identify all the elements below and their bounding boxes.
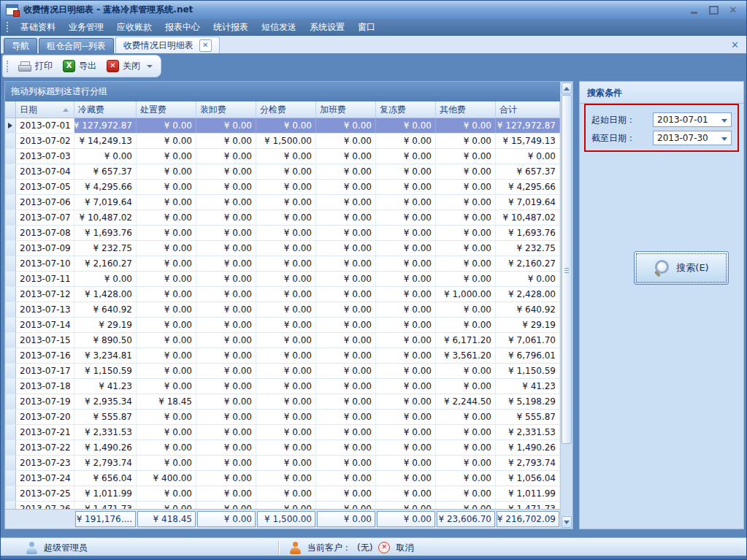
table-row[interactable]: 2013-07-02¥ 14,249.13¥ 0.00¥ 0.00¥ 1,500… — [5, 134, 560, 149]
value-cell[interactable]: ¥ 0.00 — [316, 379, 376, 394]
value-cell[interactable]: ¥ 0.00 — [196, 440, 256, 455]
value-cell[interactable]: ¥ 555.87 — [74, 410, 137, 424]
value-cell[interactable]: ¥ 0.00 — [436, 364, 496, 378]
value-cell[interactable]: ¥ 0.00 — [137, 425, 196, 440]
value-cell[interactable]: ¥ 7,019.64 — [496, 195, 560, 210]
value-cell[interactable]: ¥ 0.00 — [196, 364, 256, 378]
value-cell[interactable]: ¥ 0.00 — [137, 149, 196, 164]
export-button[interactable]: 导出 — [58, 57, 101, 76]
value-cell[interactable]: ¥ 0.00 — [137, 287, 196, 302]
table-row[interactable]: 2013-07-13¥ 640.92¥ 0.00¥ 0.00¥ 0.00¥ 0.… — [5, 302, 560, 318]
value-cell[interactable]: ¥ 0.00 — [196, 379, 256, 394]
value-cell[interactable]: ¥ 29.19 — [496, 318, 560, 332]
value-cell[interactable]: ¥ 0.00 — [137, 379, 196, 394]
date-cell[interactable]: 2013-07-16 — [16, 348, 74, 363]
value-cell[interactable]: ¥ 0.00 — [196, 333, 256, 348]
column-header[interactable]: 装卸费 — [196, 101, 256, 118]
value-cell[interactable]: ¥ 0.00 — [196, 241, 256, 256]
close-button[interactable]: 关闭 — [101, 57, 145, 76]
value-cell[interactable]: ¥ 0.00 — [196, 149, 256, 164]
value-cell[interactable]: ¥ 2,160.27 — [74, 256, 137, 271]
value-cell[interactable]: ¥ 0.00 — [316, 256, 376, 271]
value-cell[interactable]: ¥ 0.00 — [137, 502, 196, 509]
value-cell[interactable]: ¥ 0.00 — [196, 425, 256, 440]
value-cell[interactable]: ¥ 0.00 — [316, 272, 376, 286]
date-cell[interactable]: 2013-07-07 — [16, 210, 74, 225]
value-cell[interactable]: ¥ 0.00 — [137, 195, 196, 210]
chevron-down-icon[interactable] — [721, 119, 727, 123]
date-cell[interactable]: 2013-07-08 — [16, 226, 74, 240]
value-cell[interactable]: ¥ 0.00 — [137, 348, 196, 363]
value-cell[interactable]: ¥ 1,693.76 — [496, 226, 560, 240]
menu-item[interactable]: 基础资料 — [14, 19, 62, 36]
maximize-icon[interactable] — [708, 5, 719, 15]
value-cell[interactable]: ¥ 0.00 — [436, 149, 496, 164]
table-row[interactable]: 2013-07-10¥ 2,160.27¥ 0.00¥ 0.00¥ 0.00¥ … — [5, 256, 560, 272]
value-cell[interactable]: ¥ 10,487.02 — [496, 210, 560, 225]
value-cell[interactable]: ¥ 0.00 — [376, 149, 436, 164]
menu-item[interactable]: 短信发送 — [255, 19, 303, 36]
tab-contract-list[interactable]: 租仓合同--列表 — [39, 38, 114, 54]
value-cell[interactable]: ¥ 0.00 — [376, 486, 436, 501]
value-cell[interactable]: ¥ 0.00 — [137, 118, 196, 133]
value-cell[interactable]: ¥ 0.00 — [376, 456, 436, 470]
value-cell[interactable]: ¥ 6,796.01 — [496, 348, 560, 363]
value-cell[interactable]: ¥ 7,061.70 — [496, 333, 560, 348]
value-cell[interactable]: ¥ 0.00 — [196, 226, 256, 240]
value-cell[interactable]: ¥ 0.00 — [436, 118, 496, 133]
value-cell[interactable]: ¥ 0.00 — [436, 272, 496, 286]
value-cell[interactable]: ¥ 1,471.73 — [74, 502, 137, 509]
value-cell[interactable]: ¥ 0.00 — [256, 410, 316, 424]
value-cell[interactable]: ¥ 0.00 — [256, 394, 316, 409]
table-row[interactable]: 2013-07-15¥ 890.50¥ 0.00¥ 0.00¥ 0.00¥ 0.… — [5, 333, 560, 348]
value-cell[interactable]: ¥ 0.00 — [256, 318, 316, 332]
table-row[interactable]: 2013-07-18¥ 41.23¥ 0.00¥ 0.00¥ 0.00¥ 0.0… — [5, 379, 560, 394]
value-cell[interactable]: ¥ 6,171.20 — [436, 333, 496, 348]
value-cell[interactable]: ¥ 41.23 — [74, 379, 137, 394]
value-cell[interactable]: ¥ 0.00 — [137, 456, 196, 470]
value-cell[interactable]: ¥ 0.00 — [196, 272, 256, 286]
value-cell[interactable]: ¥ 0.00 — [376, 394, 436, 409]
value-cell[interactable]: ¥ 0.00 — [316, 118, 376, 133]
value-cell[interactable]: ¥ 0.00 — [436, 471, 496, 486]
date-cell[interactable]: 2013-07-26 — [16, 502, 74, 509]
value-cell[interactable]: ¥ 1,490.26 — [74, 440, 137, 455]
table-row[interactable]: 2013-07-21¥ 2,331.53¥ 0.00¥ 0.00¥ 0.00¥ … — [5, 425, 560, 440]
value-cell[interactable]: ¥ 0.00 — [256, 164, 316, 179]
cancel-icon[interactable] — [378, 542, 390, 553]
value-cell[interactable]: ¥ 0.00 — [376, 425, 436, 440]
value-cell[interactable]: ¥ 0.00 — [436, 486, 496, 501]
value-cell[interactable]: ¥ 0.00 — [376, 210, 436, 225]
value-cell[interactable]: ¥ 0.00 — [316, 456, 376, 470]
table-row[interactable]: 2013-07-22¥ 1,490.26¥ 0.00¥ 0.00¥ 0.00¥ … — [5, 440, 560, 456]
close-window-icon[interactable]: ✕ — [728, 5, 738, 15]
value-cell[interactable]: ¥ 0.00 — [196, 210, 256, 225]
value-cell[interactable]: ¥ 1,471.73 — [496, 502, 560, 509]
value-cell[interactable]: ¥ 4,295.66 — [74, 180, 137, 194]
date-combobox[interactable]: 2013-07-30 — [653, 131, 732, 145]
value-cell[interactable]: ¥ 0.00 — [137, 226, 196, 240]
value-cell[interactable]: ¥ 0.00 — [256, 425, 316, 440]
value-cell[interactable]: ¥ 0.00 — [137, 272, 196, 286]
value-cell[interactable]: ¥ 0.00 — [316, 287, 376, 302]
value-cell[interactable]: ¥ 18.45 — [137, 394, 196, 409]
value-cell[interactable]: ¥ 5,198.29 — [496, 394, 560, 409]
value-cell[interactable]: ¥ 0.00 — [196, 471, 256, 486]
value-cell[interactable]: ¥ 1,011.99 — [496, 486, 560, 501]
table-row[interactable]: 2013-07-16¥ 3,234.81¥ 0.00¥ 0.00¥ 0.00¥ … — [5, 348, 560, 364]
value-cell[interactable]: ¥ 0.00 — [436, 180, 496, 194]
value-cell[interactable]: ¥ 29.19 — [74, 318, 137, 332]
value-cell[interactable]: ¥ 0.00 — [137, 164, 196, 179]
value-cell[interactable]: ¥ 0.00 — [376, 241, 436, 256]
value-cell[interactable]: ¥ 0.00 — [316, 410, 376, 424]
column-header[interactable]: 加班费 — [316, 101, 376, 118]
print-button[interactable]: 打印 — [13, 57, 58, 76]
value-cell[interactable]: ¥ 0.00 — [376, 379, 436, 394]
value-cell[interactable]: ¥ 0.00 — [256, 486, 316, 501]
value-cell[interactable]: ¥ 0.00 — [316, 180, 376, 194]
date-cell[interactable]: 2013-07-17 — [16, 364, 74, 378]
date-cell[interactable]: 2013-07-15 — [16, 333, 74, 348]
value-cell[interactable]: ¥ 0.00 — [376, 502, 436, 509]
value-cell[interactable]: ¥ 0.00 — [316, 486, 376, 501]
date-cell[interactable]: 2013-07-19 — [16, 394, 74, 409]
